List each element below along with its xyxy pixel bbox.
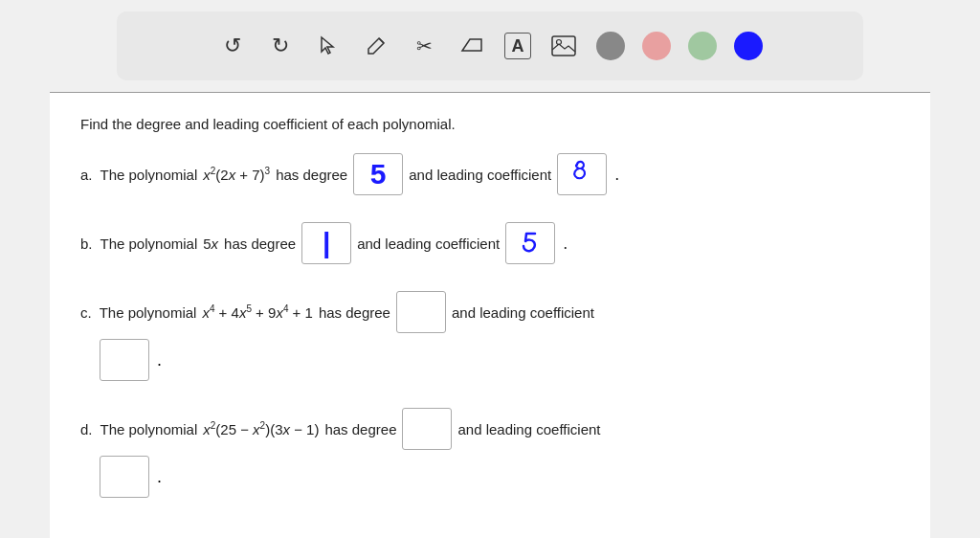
svg-rect-0 [552,36,575,56]
color-pink[interactable] [642,32,671,60]
problem-b-label: b. [80,235,93,252]
color-green[interactable] [688,32,717,60]
problem-d-poly: x2(25 − x2)(3x − 1) [203,420,319,437]
problem-b-poly: 5x [203,235,218,252]
problem-b-period: . [563,234,568,254]
problem-a-coeff-box[interactable] [557,153,607,195]
image-tool[interactable] [548,31,579,61]
problem-a-mid: has degree [276,167,347,183]
problem-d-coeff-box[interactable] [100,456,149,498]
problem-d-block: d. The polynomial x2(25 − x2)(3x − 1) ha… [80,408,900,498]
toolbar: ↺ ↻ ✂ A [117,11,863,80]
problem-a-coeff-drawing [565,157,599,191]
problem-a-poly: x2(2x + 7)3 [203,166,270,183]
problem-c-text: The polynomial [100,304,197,321]
problem-d-text: The polynomial [100,421,198,437]
problem-b-coeff-drawing [513,226,547,260]
problem-d-degree-box[interactable] [402,408,452,450]
problem-c-mid: has degree [319,304,390,321]
problem-d-mid: has degree [324,421,396,437]
problem-d-after: and leading coefficient [457,421,600,437]
problem-c-block: c. The polynomial x4 + 4x5 + 9x4 + 1 has… [80,291,900,381]
instruction-text: Find the degree and leading coefficient … [80,116,900,132]
select-tool[interactable] [313,31,344,61]
problem-a-label: a. [80,167,93,183]
color-gray[interactable] [596,32,625,60]
redo-button[interactable]: ↻ [265,31,296,61]
problem-a-degree-value: 5 [370,160,387,189]
problem-b-mid: has degree [224,235,296,252]
problem-a-text: The polynomial [100,167,198,183]
problem-c-row: c. The polynomial x4 + 4x5 + 9x4 + 1 has… [80,291,900,333]
eraser-tool[interactable] [457,31,487,61]
scissors-tool[interactable]: ✂ [409,31,439,61]
problem-c-poly: x4 + 4x5 + 9x4 + 1 [202,303,313,321]
undo-button[interactable]: ↺ [217,31,248,61]
color-blue[interactable] [734,32,763,60]
problem-c-second-line: . [100,339,900,381]
text-tool[interactable]: A [504,33,531,59]
problem-a-after: and leading coefficient [409,167,551,183]
problem-d-row: d. The polynomial x2(25 − x2)(3x − 1) ha… [80,408,900,450]
problem-d-second-line: . [100,456,900,498]
problem-d-label: d. [80,421,93,437]
problem-b-degree-box[interactable]: | [301,222,351,264]
problem-c-degree-box[interactable] [396,291,446,333]
problem-b-degree-value: | [323,229,330,258]
problem-a-row: a. The polynomial x2(2x + 7)3 has degree… [80,153,900,195]
problem-d-period: . [157,467,162,487]
problem-c-period: . [157,350,162,370]
pencil-tool[interactable] [361,31,391,61]
problem-a-degree-box[interactable]: 5 [353,153,403,195]
problem-c-label: c. [80,304,92,321]
problem-b-coeff-box[interactable] [505,222,555,264]
problem-a-period: . [614,165,619,185]
problem-b-after: and leading coefficient [357,235,500,252]
problem-b-text: The polynomial [100,235,198,252]
problem-c-after: and leading coefficient [452,304,594,321]
content-area: Find the degree and leading coefficient … [50,93,930,538]
problem-c-coeff-box[interactable] [100,339,149,381]
problem-b-row: b. The polynomial 5x has degree | and le… [80,222,900,264]
